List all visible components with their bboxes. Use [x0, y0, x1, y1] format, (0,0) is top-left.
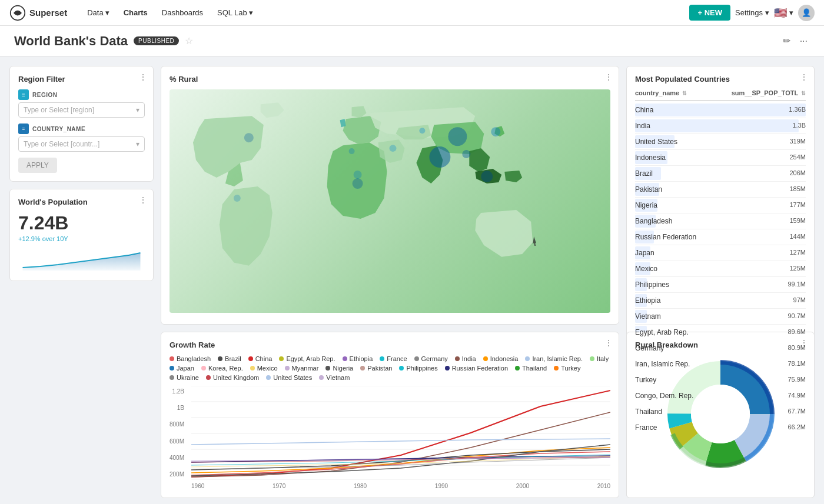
- pop-cell: 78.1M: [788, 359, 806, 369]
- table-row[interactable]: Japan 127M: [635, 245, 806, 261]
- country-cell: Ethiopia: [635, 295, 793, 306]
- population-table[interactable]: China 1.36B India 1.3B United States 319…: [635, 102, 806, 432]
- apply-button[interactable]: APPLY: [18, 158, 57, 173]
- growth-rate-card: Growth Rate ⋮ BangladeshBrazilChinaEgypt…: [161, 332, 619, 498]
- rural-pct-menu[interactable]: ⋮: [604, 72, 613, 82]
- country-cell: Thailand: [635, 406, 788, 417]
- growth-rate-menu[interactable]: ⋮: [604, 338, 613, 348]
- table-row[interactable]: Vietnam 90.7M: [635, 309, 806, 325]
- legend-dot: [325, 366, 330, 371]
- svg-point-6: [390, 145, 397, 152]
- pop-cell: 127M: [789, 248, 806, 258]
- svg-point-11: [349, 148, 355, 154]
- favorite-icon[interactable]: ☆: [185, 35, 193, 46]
- table-row[interactable]: India 1.3B: [635, 118, 806, 134]
- country-filter-icon: ≡: [18, 124, 29, 134]
- country-filter-section: ≡ COUNTRY_NAME Type or Select [countr...…: [18, 124, 145, 152]
- table-row[interactable]: Philippines 99.1M: [635, 277, 806, 293]
- india-bubble: [429, 146, 450, 168]
- table-row[interactable]: Russian Federation 144M: [635, 229, 806, 245]
- country-cell: Vietnam: [635, 311, 788, 322]
- new-button[interactable]: + NEW: [689, 5, 730, 21]
- nav-data[interactable]: Data ▾: [81, 6, 115, 19]
- world-pop-menu[interactable]: ⋮: [139, 195, 147, 205]
- table-row[interactable]: Bangladesh 159M: [635, 213, 806, 229]
- legend-dot: [380, 356, 384, 361]
- world-map: [170, 89, 610, 313]
- country-select[interactable]: Type or Select [countr...] ▾: [18, 136, 145, 152]
- legend-dot: [201, 366, 206, 371]
- legend-item: Brazil: [218, 355, 241, 362]
- legend-dot: [399, 366, 404, 371]
- nav-dashboards[interactable]: Dashboards: [156, 6, 209, 19]
- svg-point-4: [353, 178, 363, 189]
- pop-cell: 185M: [789, 184, 806, 195]
- legend-dot: [360, 366, 365, 371]
- region-filter-section: ≡ REGION Type or Select [region] ▾: [18, 89, 145, 118]
- more-button[interactable]: ···: [798, 34, 810, 49]
- region-filter-label: REGION: [32, 92, 57, 98]
- user-avatar[interactable]: 👤: [798, 5, 815, 21]
- pop-cell: 75.9M: [788, 375, 806, 385]
- col-population[interactable]: sum__SP_POP_TOTL ⇅: [732, 89, 806, 96]
- legend-item: Turkey: [554, 365, 580, 372]
- page-header-actions: ✏ ···: [780, 33, 810, 49]
- legend-dot: [170, 366, 174, 371]
- legend-item: Russian Federation: [445, 365, 508, 372]
- table-row[interactable]: Mexico 125M: [635, 261, 806, 277]
- legend-item: Mexico: [250, 365, 278, 372]
- logo[interactable]: Superset: [9, 5, 67, 21]
- pop-cell: 1.3B: [792, 121, 806, 131]
- country-cell: Turkey: [635, 375, 788, 385]
- pop-cell: 144M: [789, 232, 806, 242]
- legend-item: United States: [266, 374, 312, 381]
- growth-chart-area: 196019701980199020002010: [191, 386, 610, 489]
- page-title: World Bank's Data: [14, 34, 128, 49]
- svg-point-8: [234, 195, 241, 202]
- legend-dot: [218, 356, 222, 361]
- legend-item: United Kingdom: [206, 374, 259, 381]
- table-row[interactable]: Ethiopia 97M: [635, 293, 806, 309]
- y-axis: 1.2B1B800M600M400M200M: [170, 386, 187, 480]
- filter-card-title: Region Filter: [18, 75, 145, 84]
- settings-menu[interactable]: Settings ▾: [735, 8, 769, 17]
- topnav-actions: + NEW Settings ▾ 🇺🇸 ▾ 👤: [689, 5, 815, 21]
- country-cell: Congo, Dem. Rep.: [635, 390, 788, 401]
- flag-selector[interactable]: 🇺🇸 ▾: [774, 6, 793, 19]
- pop-cell: 99.1M: [788, 279, 806, 290]
- legend-dot: [343, 356, 347, 361]
- col-country[interactable]: country_name ⇅: [635, 89, 732, 96]
- legend-item: Japan: [170, 365, 194, 372]
- filter-card-menu[interactable]: ⋮: [139, 72, 147, 82]
- pop-change: +12.9% over 10Y: [18, 235, 145, 242]
- table-row[interactable]: Nigeria 177M: [635, 198, 806, 213]
- legend-dot: [554, 366, 559, 371]
- legend-item: Egypt, Arab Rep.: [279, 355, 335, 362]
- svg-point-5: [354, 171, 362, 179]
- table-row[interactable]: United States 319M: [635, 134, 806, 150]
- rural-pct-card: % Rural ⋮: [161, 66, 619, 325]
- legend-item: Italy: [590, 355, 609, 362]
- legend-dot: [170, 375, 174, 380]
- table-row[interactable]: Pakistan 185M: [635, 182, 806, 198]
- edit-button[interactable]: ✏: [780, 33, 793, 49]
- table-row[interactable]: Brazil 206M: [635, 166, 806, 182]
- nav-sql-lab[interactable]: SQL Lab ▾: [211, 6, 259, 19]
- country-cell: United States: [635, 136, 789, 147]
- region-select[interactable]: Type or Select [region] ▾: [18, 102, 145, 118]
- legend-dot: [170, 356, 174, 361]
- legend-dot: [248, 356, 253, 361]
- pop-cell: 74.9M: [788, 390, 806, 401]
- most-pop-menu[interactable]: ⋮: [800, 72, 808, 82]
- pop-cell: 80.9M: [788, 343, 806, 353]
- nav-charts[interactable]: Charts: [118, 6, 154, 19]
- legend-dot: [414, 356, 419, 361]
- legend-dot: [250, 366, 255, 371]
- table-row[interactable]: China 1.36B: [635, 102, 806, 118]
- svg-point-1: [448, 127, 467, 146]
- legend-item: India: [455, 355, 476, 362]
- svg-point-2: [491, 127, 500, 136]
- table-row[interactable]: Indonesia 254M: [635, 150, 806, 166]
- svg-point-10: [462, 150, 470, 158]
- page-header: World Bank's Data PUBLISHED ☆ ✏ ···: [0, 26, 824, 56]
